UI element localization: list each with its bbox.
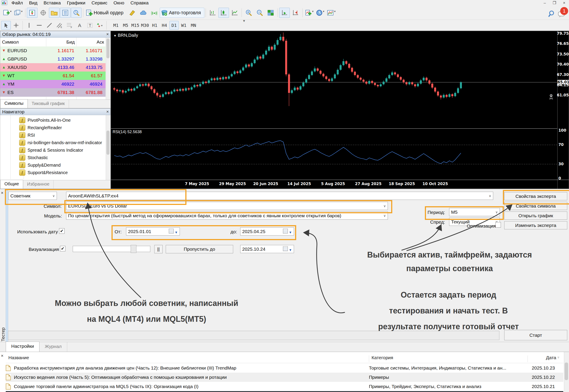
- candlestick-chart-button[interactable]: [218, 8, 229, 18]
- zoom-in-button[interactable]: [243, 8, 254, 18]
- skip-to-date-field[interactable]: 2025.10.24▼: [240, 245, 294, 253]
- navigator-tab-favorites[interactable]: Избранное: [23, 180, 54, 189]
- menu-6[interactable]: Справка: [127, 0, 152, 6]
- menu-5[interactable]: Окно: [110, 0, 127, 6]
- tile-windows-button[interactable]: [265, 8, 276, 18]
- trendline-tool[interactable]: [45, 21, 54, 30]
- navigator-item[interactable]: fStochastic: [0, 154, 105, 161]
- tester-close-icon[interactable]: ×: [1, 190, 3, 196]
- navigator-item[interactable]: fRSI: [0, 131, 105, 139]
- timeframe-M1[interactable]: M1: [111, 21, 120, 30]
- navigator-item[interactable]: fSpread & Sessions Indicator: [0, 146, 105, 154]
- metaeditor-button[interactable]: [127, 8, 137, 18]
- calendar-icon[interactable]: [283, 246, 288, 251]
- auto-scroll-button[interactable]: [279, 8, 290, 18]
- expert-file-select[interactable]: AroonEAWithSL&TP.ex4∨: [66, 192, 493, 200]
- navigator-item[interactable]: fRectangleReader: [0, 124, 105, 131]
- market-watch-tab-symbols[interactable]: Символы: [0, 99, 28, 108]
- price-scale[interactable]: 79.7576.6573.5070.4067.3064.1561.0565.01…: [557, 31, 569, 189]
- to-date-field[interactable]: 2025.04.25▼: [240, 227, 294, 236]
- pause-button[interactable]: ||: [154, 245, 163, 253]
- articles-scrollbar[interactable]: [564, 352, 569, 392]
- optimization-checkbox[interactable]: [495, 222, 501, 228]
- slider-thumb[interactable]: [131, 245, 136, 253]
- timeframe-H1[interactable]: H1: [150, 21, 159, 30]
- bar-chart-button[interactable]: [207, 8, 218, 18]
- timeframe-M5[interactable]: M5: [121, 21, 130, 30]
- open-chart-button[interactable]: Открыть график: [504, 211, 567, 220]
- navigator-tab-common[interactable]: Общие: [0, 180, 23, 189]
- terminal-button[interactable]: [60, 8, 71, 18]
- horizontal-line-tool[interactable]: [34, 21, 44, 30]
- start-button[interactable]: Старт: [504, 330, 567, 340]
- skip-to-button[interactable]: Пропустить до: [166, 245, 233, 253]
- zoom-out-button[interactable]: [254, 8, 265, 18]
- market-watch-row-ES[interactable]: ▼ES 6781.38 6781.88: [0, 88, 105, 97]
- calendar-icon[interactable]: [169, 229, 174, 234]
- menu-4[interactable]: Сервис: [88, 0, 110, 6]
- article-row[interactable]: Искусство ведения логов (Часть 5): Оптим…: [6, 373, 563, 382]
- menu-2[interactable]: Вставка: [41, 0, 64, 6]
- minimize-button[interactable]: –: [540, 0, 550, 6]
- menu-3[interactable]: Графики: [64, 0, 88, 6]
- timeframe-H4[interactable]: H4: [160, 21, 169, 30]
- fibonacci-tool[interactable]: F: [65, 21, 75, 30]
- close-button[interactable]: ×: [559, 0, 569, 6]
- market-watch-close-icon[interactable]: ×: [106, 32, 109, 37]
- model-select[interactable]: По ценам открытия (быстрый метод на сфор…: [66, 211, 388, 220]
- symbol-select[interactable]: EURUSD, Euro vs US Dollar∨: [66, 202, 388, 210]
- cursor-tool[interactable]: [1, 21, 11, 30]
- timeframe-MN[interactable]: MN: [189, 21, 198, 30]
- signals-button[interactable]: [149, 8, 160, 18]
- timeframe-D1[interactable]: D1: [169, 21, 179, 30]
- timeframe-W1[interactable]: W1: [179, 21, 188, 30]
- calendar-icon[interactable]: [283, 229, 288, 234]
- navigator-close-icon[interactable]: ×: [106, 109, 109, 114]
- tester-tab-journal[interactable]: Журнал: [39, 342, 67, 352]
- market-watch-tab-tick-chart[interactable]: Тиковый график: [28, 100, 69, 108]
- navigator-scrollbar[interactable]: [106, 115, 110, 180]
- autotrade-button[interactable]: Авто-торговля: [160, 8, 204, 18]
- market-watch-row-XAUUSD[interactable]: ▲XAUUSD 4133.46 4133.75: [0, 63, 105, 72]
- equidistant-channel-tool[interactable]: E: [55, 21, 64, 30]
- expert-type-select[interactable]: Советник∨: [8, 192, 57, 200]
- from-date-field[interactable]: 2025.01.01▼: [126, 227, 180, 236]
- templates-button[interactable]: ▾: [326, 8, 337, 18]
- market-watch-row-WT[interactable]: ▼WT 61.54 61.57: [0, 71, 105, 80]
- market-watch-row-GBPUSD[interactable]: ▲GBPUSD 1.33297 1.33298: [0, 55, 105, 63]
- arrows-tool[interactable]: ▾: [95, 21, 105, 30]
- data-window-button[interactable]: [38, 8, 48, 18]
- restore-button[interactable]: ❐: [550, 0, 559, 6]
- articles-header[interactable]: Название Категория Дата ▿: [6, 355, 563, 363]
- periods-button[interactable]: ▾: [315, 8, 326, 18]
- visualization-slider[interactable]: [73, 246, 150, 252]
- profiles-button[interactable]: ▾: [13, 8, 24, 18]
- market-watch-row-YM[interactable]: ▲YM 46922 46924: [0, 80, 105, 88]
- indicators-button[interactable]: ▾: [304, 8, 315, 18]
- article-row[interactable]: Разработка инструментария для анализа дв…: [6, 364, 563, 373]
- strategy-tester-button[interactable]: [71, 8, 82, 18]
- expert-properties-button[interactable]: Свойства эксперта: [504, 192, 567, 200]
- navigator-item[interactable]: fSupport&Resistance: [0, 169, 105, 176]
- article-row[interactable]: Создание торговой панели администратора …: [6, 382, 563, 391]
- tester-tab-settings[interactable]: Настройки: [6, 342, 39, 352]
- market-watch-row-EURUSD[interactable]: ▼EURUSD 1.16171 1.16171: [0, 46, 105, 55]
- navigator-item[interactable]: fPivotPoints.All-In-One: [0, 116, 105, 124]
- search-icon[interactable]: [548, 10, 556, 18]
- market-watch-button[interactable]: [27, 8, 37, 18]
- market-watch-header[interactable]: Символ Бид Аск: [0, 38, 105, 47]
- chart-window[interactable]: ▼ BRN,Daily RSI(14) 52.5638 79.7576.6573…: [111, 31, 569, 189]
- market-watch-scrollbar[interactable]: [106, 38, 110, 100]
- navigator-item[interactable]: frsi-bollinger-bands-arrow-mtf-indicator: [0, 139, 105, 146]
- new-order-button[interactable]: Новый ордер: [85, 8, 127, 18]
- navigator-button[interactable]: [49, 8, 60, 18]
- text-label-tool[interactable]: T: [85, 21, 95, 30]
- crosshair-tool[interactable]: [11, 21, 21, 30]
- mql5-community-button[interactable]: [138, 8, 149, 18]
- articles-close-icon[interactable]: ×: [1, 353, 3, 358]
- modify-expert-button[interactable]: Изменить эксперта: [504, 221, 567, 229]
- line-chart-button[interactable]: [229, 8, 240, 18]
- timeframe-M15[interactable]: M15: [131, 21, 140, 30]
- article-row-partial[interactable]: [6, 391, 563, 392]
- chart-dropdown-icon[interactable]: ▼: [114, 34, 117, 37]
